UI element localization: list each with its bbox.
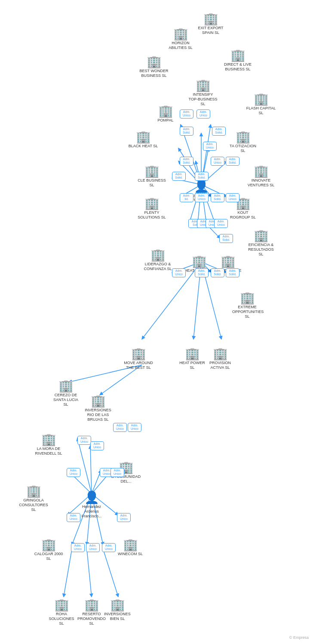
role-badge-26[interactable]: Adm.Unico: [90, 441, 104, 450]
role-badge-21[interactable]: Adm.Solid.: [211, 268, 224, 277]
role-badge-3[interactable]: Adm.Solid.: [212, 127, 226, 136]
role-badge-24[interactable]: Adm.Unico: [128, 423, 141, 432]
company-label: BEST WONDER BUSINESS SL: [139, 69, 169, 78]
company-node-horizon: 🏢 HORIZON ABILITIES SL: [166, 28, 196, 50]
company-node-pompal: 🏢 POMPAL: [150, 105, 181, 123]
company-label: BLACK HEAT SL: [129, 144, 158, 149]
svg-line-28: [77, 438, 92, 494]
role-badge-2[interactable]: Adm.Solid.: [180, 127, 193, 136]
company-node-plenty: 🏢 PLENTY SOLUTIONS SL: [137, 197, 167, 220]
building-icon: 🏢: [192, 255, 207, 267]
building-icon: 🏢: [136, 131, 151, 143]
company-label: CLE BUSINESS SL: [137, 178, 167, 188]
company-label: EFICIENCIA & RESULTADOS SL: [246, 243, 276, 256]
role-badge-23[interactable]: Adm.Unico: [113, 423, 127, 432]
building-icon: 🏢: [254, 93, 269, 105]
role-badge-31[interactable]: Adm.Unico: [117, 513, 131, 522]
company-node-eficiencia: 🏢 EFICIENCIA & RESULTADOS SL: [246, 230, 276, 256]
company-label: ROHA SOLUCIONES SL: [46, 612, 77, 626]
role-badge-19[interactable]: Adm.Unico: [172, 268, 186, 277]
svg-line-29: [90, 446, 92, 494]
building-icon: 🏢: [41, 539, 56, 551]
building-icon: 🏢: [185, 348, 200, 360]
company-label: HORIZON ABILITIES SL: [166, 41, 196, 50]
company-node-flash_capital: 🏢 FLASH CAPITAL SL: [246, 93, 276, 115]
building-icon: 🏢: [203, 13, 218, 25]
company-node-intensify: 🏢 INTENSIFY TOP-BUSINESS SL: [188, 79, 218, 106]
role-badge-13[interactable]: Adm.Unico: [226, 193, 239, 202]
company-node-inversiones_bien: 🏢 INVERSIONES BIEN SL: [102, 599, 132, 621]
role-badge-8[interactable]: Adm.Solid.: [172, 172, 186, 181]
svg-line-40: [103, 550, 118, 597]
role-badge-22[interactable]: Adm.Solid.: [226, 268, 239, 277]
company-label: LA MORA DE RIVENDELL SL: [34, 447, 64, 456]
role-badge-25[interactable]: Adm.Unico: [77, 436, 91, 445]
role-badge-1[interactable]: Adm.Unico: [196, 109, 210, 118]
svg-line-38: [64, 550, 72, 597]
company-label: EXIT EXPORT SPAIN SL: [196, 26, 226, 35]
building-icon: 🏢: [196, 79, 211, 91]
company-node-exit_export: 🏢 EXIT EXPORT SPAIN SL: [196, 13, 226, 35]
building-icon: 🏢: [84, 599, 99, 611]
role-badge-18[interactable]: Adm.Solid.: [219, 234, 233, 243]
company-label: PLENTY SOLUTIONS SL: [137, 210, 167, 220]
role-badge-30[interactable]: Adm.Unico: [67, 513, 80, 522]
role-badge-17[interactable]: Adm.Unico: [214, 219, 228, 228]
svg-line-39: [87, 550, 92, 597]
building-icon: 🏢: [58, 380, 74, 392]
building-icon: 🏢: [123, 539, 138, 551]
company-node-liderazgo: 🏢 LIDERAZGO & CONFIANZA SL: [143, 249, 173, 271]
company-node-direct_live: 🏢 DIRECT & LIVE BUSINESS SL: [223, 49, 253, 72]
building-icon: 🏢: [91, 395, 106, 407]
building-icon: 🏢: [110, 599, 125, 611]
building-icon: 🏢: [213, 348, 228, 360]
role-badge-27[interactable]: Adm.Unico: [67, 468, 80, 477]
role-badge-10[interactable]: Adm.lid.: [180, 193, 193, 202]
company-label: KOUT ROGROUP SL: [228, 210, 258, 220]
company-node-ta_cotizacion: 🏢 TA OTIZACION SL: [228, 131, 258, 153]
company-label: DIRECT & LIVE BUSINESS SL: [223, 62, 253, 72]
company-node-innovate: 🏢 INNOVATE VENTURES SL: [246, 165, 276, 188]
building-icon: 🏢: [240, 292, 255, 304]
role-badge-0[interactable]: Adm.Unico: [180, 109, 193, 118]
company-node-provision: 🏢 PROVISION ACTIVA SL: [205, 348, 235, 370]
role-badge-29[interactable]: Adm.Unico: [110, 468, 124, 477]
building-icon: 🏢: [230, 49, 245, 61]
role-badge-5[interactable]: Adm.Solid.: [180, 157, 193, 166]
company-node-gringola: 🏢 GRINGOLA CONSULTORES SL: [18, 485, 49, 512]
person-icon: 👤: [194, 180, 209, 192]
company-label: FLASH CAPITAL SL: [246, 106, 276, 115]
company-label: INTENSIFY TOP-BUSINESS SL: [188, 92, 218, 106]
role-badge-4[interactable]: Adm.Unico: [203, 142, 217, 151]
person-icon: 👤: [84, 492, 99, 504]
role-badge-33[interactable]: Adm.Unico: [86, 543, 100, 552]
building-icon-highlight: 🏢: [131, 348, 146, 360]
role-badge-34[interactable]: Adm.Unico: [102, 543, 116, 552]
company-node-roha: 🏢 ROHA SOLUCIONES SL: [46, 599, 77, 626]
building-icon: 🏢: [254, 230, 269, 242]
role-badge-11[interactable]: Adm.Unico: [195, 193, 209, 202]
role-badge-9[interactable]: Adm.Solid.: [195, 172, 209, 181]
role-badge-6[interactable]: Adm.Unico: [211, 157, 224, 166]
company-label: INNOVATE VENTURES SL: [246, 178, 276, 188]
company-label: Hernandez Arderius Francisco...: [77, 504, 107, 518]
building-icon: 🏢: [41, 434, 56, 446]
role-badge-7[interactable]: Adm.Solid.: [226, 157, 239, 166]
building-icon: 🏢: [26, 485, 41, 497]
company-label: MOVE AROUND THE BEST SL: [123, 361, 153, 370]
building-icon: 🏢: [254, 165, 269, 177]
role-badge-32[interactable]: Adm.Unico: [71, 543, 85, 552]
role-badge-12[interactable]: Adm.Solid.: [211, 193, 224, 202]
company-node-move_around: 🏢 MOVE AROUND THE BEST SL: [123, 348, 153, 370]
role-badge-20[interactable]: Adm.Solid.: [195, 268, 209, 277]
building-icon: 🏢: [147, 56, 162, 68]
main-canvas: 🏢 EXIT EXPORT SPAIN SL 🏢 HORIZON ABILITI…: [0, 0, 313, 644]
building-icon: 🏢: [173, 28, 188, 40]
company-label: POMPAL: [158, 118, 174, 123]
company-label: INVERSIONES RIO DE LAS BRUJAS SL: [83, 408, 113, 422]
company-node-cle_business: 🏢 CLE BUSINESS SL: [137, 165, 167, 188]
company-label: WINECOM SL: [118, 552, 143, 556]
building-icon: 🏢: [236, 131, 251, 143]
building-icon: 🏢: [221, 255, 236, 267]
company-label: INVERSIONES BIEN SL: [102, 612, 132, 621]
